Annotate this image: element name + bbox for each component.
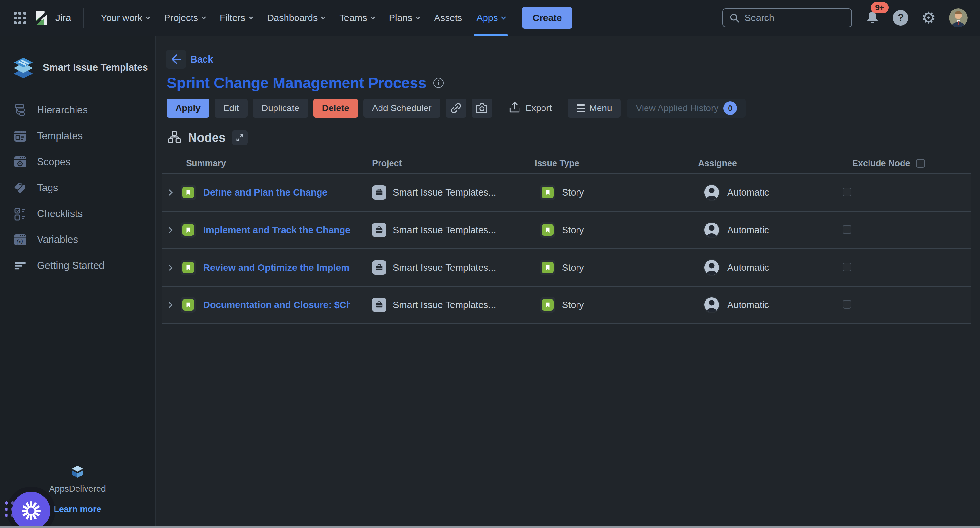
nav-label: Teams — [339, 13, 367, 23]
assistant-floating-button[interactable] — [12, 492, 50, 528]
chevron-right-icon — [167, 190, 172, 195]
person-icon — [704, 260, 719, 275]
story-issue-type-icon — [542, 262, 554, 273]
site-logo-image[interactable] — [35, 10, 48, 25]
create-button[interactable]: Create — [522, 7, 572, 29]
app-switcher-button[interactable] — [14, 12, 35, 24]
exclude-node-checkbox[interactable] — [843, 300, 851, 309]
exclude-node-checkbox[interactable] — [843, 187, 851, 196]
delete-button[interactable]: Delete — [313, 99, 358, 117]
expand-nodes-button[interactable] — [232, 130, 248, 146]
sidebar-item-scopes[interactable]: Scopes — [0, 149, 155, 175]
project-name: Smart Issue Templates... — [393, 300, 496, 310]
summary-cell: Define and Plan the Change — [175, 185, 356, 200]
nav-label: Apps — [476, 13, 498, 23]
node-summary-link[interactable]: Review and Optimize the Impleme — [203, 262, 350, 273]
project-avatar-icon — [372, 260, 386, 275]
copy-link-button[interactable] — [445, 99, 466, 117]
story-icon-tile — [180, 297, 196, 312]
smart-issue-templates-logo-icon — [11, 55, 36, 80]
issue-type-cell: Story — [519, 185, 681, 200]
svg-text:(x): (x) — [16, 238, 23, 244]
project-name: Smart Issue Templates... — [393, 262, 496, 273]
info-icon[interactable]: i — [433, 78, 444, 88]
sidebar-item-label: Tags — [37, 182, 58, 194]
story-icon-tile — [180, 222, 196, 238]
issue-type-cell: Story — [519, 297, 681, 312]
story-icon-tile — [180, 260, 196, 275]
view-applied-history-button[interactable]: View Applied History 0 — [627, 99, 746, 117]
templates-icon — [12, 128, 28, 144]
row-expander[interactable] — [162, 228, 175, 232]
screenshot-button[interactable] — [471, 99, 492, 117]
exclude-all-checkbox[interactable] — [916, 159, 925, 168]
link-icon — [449, 101, 463, 115]
global-search[interactable] — [722, 8, 852, 27]
project-avatar-icon — [372, 185, 386, 200]
nav-teams[interactable]: Teams — [332, 0, 382, 36]
expand-icon — [235, 133, 245, 143]
notifications-button[interactable]: 9+ — [865, 10, 880, 25]
topbar-divider — [83, 8, 84, 28]
issue-type-name: Story — [562, 187, 584, 198]
sidebar-item-hierarchies[interactable]: Hierarchies — [0, 97, 155, 123]
help-button[interactable]: ? — [893, 10, 908, 25]
nav-filters[interactable]: Filters — [213, 0, 260, 36]
learn-more-link[interactable]: Learn more — [54, 504, 101, 514]
node-summary-link[interactable]: Define and Plan the Change — [203, 187, 328, 198]
summary-cell: Review and Optimize the Impleme — [175, 260, 356, 275]
chevron-right-icon — [167, 227, 172, 233]
row-expander[interactable] — [162, 303, 175, 307]
sidebar-item-getting-started[interactable]: Getting Started — [0, 253, 155, 279]
nav-your-work[interactable]: Your work — [94, 0, 157, 36]
story-issue-type-icon — [542, 224, 554, 236]
node-summary-link[interactable]: Documentation and Closure: $Cha — [203, 300, 350, 310]
hierarchy-nodes-icon — [167, 130, 181, 145]
back-button[interactable]: Back — [166, 50, 213, 69]
add-scheduler-button[interactable]: Add Scheduler — [363, 99, 441, 117]
edit-button[interactable]: Edit — [215, 99, 248, 117]
nav-label: Dashboards — [267, 13, 318, 23]
sidebar-item-tags[interactable]: Tags — [0, 175, 155, 201]
sidebar-item-variables[interactable]: (x) Variables — [0, 227, 155, 253]
nav-dashboards[interactable]: Dashboards — [260, 0, 332, 36]
table-row: Documentation and Closure: $Cha Smart Is… — [162, 286, 971, 323]
duplicate-button[interactable]: Duplicate — [253, 99, 308, 117]
project-avatar-icon — [372, 223, 386, 237]
story-icon — [183, 262, 194, 273]
search-input[interactable] — [745, 13, 845, 23]
apply-button[interactable]: Apply — [167, 99, 209, 117]
user-avatar[interactable] — [949, 8, 968, 27]
assignee-cell: Automatic — [681, 222, 833, 238]
sidebar-navigation: Hierarchies Templates — [0, 97, 155, 279]
sidebar-item-templates[interactable]: Templates — [0, 123, 155, 149]
page-title: Sprint Change Management Process — [167, 74, 426, 92]
assignee-cell: Automatic — [681, 259, 833, 276]
export-button[interactable]: Export — [505, 99, 555, 117]
nav-assets[interactable]: Assets — [427, 0, 469, 36]
nav-plans[interactable]: Plans — [382, 0, 427, 36]
row-expander[interactable] — [162, 190, 175, 195]
getting-started-icon — [12, 258, 28, 273]
hierarchies-icon — [12, 103, 28, 117]
top-navigation-bar: Jira Your work Projects Filters Dashboar… — [0, 0, 980, 36]
assignee-avatar-tile — [703, 184, 720, 201]
assignee-name: Automatic — [727, 187, 769, 198]
chevron-right-icon — [167, 265, 172, 271]
row-expander[interactable] — [162, 266, 175, 270]
exclude-node-checkbox[interactable] — [843, 225, 851, 234]
nav-apps[interactable]: Apps — [469, 0, 512, 36]
story-icon — [183, 299, 194, 311]
issue-type-cell: Story — [519, 260, 681, 275]
sidebar-item-checklists[interactable]: Checklists — [0, 201, 155, 227]
menu-button[interactable]: Menu — [568, 99, 620, 117]
title-row: Sprint Change Management Process i — [167, 74, 980, 92]
summary-cell: Implement and Track the Change: — [175, 222, 356, 238]
nav-projects[interactable]: Projects — [157, 0, 213, 36]
settings-gear-icon[interactable]: ⚙ — [921, 10, 936, 26]
exclude-node-checkbox[interactable] — [843, 263, 851, 271]
exclude-cell — [833, 300, 971, 310]
node-summary-link[interactable]: Implement and Track the Change: — [203, 225, 350, 236]
assignee-cell: Automatic — [681, 297, 833, 313]
nodes-section-header: Nodes — [167, 130, 980, 146]
